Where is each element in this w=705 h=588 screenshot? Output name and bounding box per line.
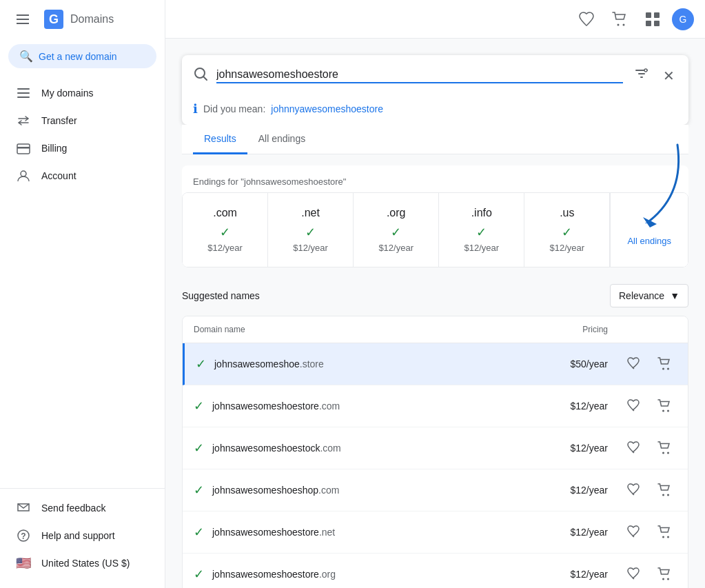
ending-name-info: .info [471, 207, 492, 219]
ending-price-org: $12/year [378, 243, 413, 253]
sidebar-item-help-support[interactable]: ? Help and support [0, 522, 156, 549]
save-domain-button[interactable] [622, 520, 646, 545]
domain-ext: .com [320, 443, 340, 454]
suggested-section: Suggested names Relevance ▼ Domain name … [182, 278, 688, 588]
ending-check-com: ✓ [220, 225, 230, 240]
did-you-mean: ℹ Did you mean: johnnyawesomeshoestore [182, 96, 688, 125]
close-icon[interactable]: ✕ [660, 65, 677, 87]
sidebar-item-billing[interactable]: Billing [0, 134, 156, 162]
available-icon: ✓ [194, 525, 204, 540]
search-panel: ✕ ℹ Did you mean: johnnyawesomeshoestore [182, 55, 688, 125]
available-icon: ✓ [194, 567, 204, 582]
domain-name: johnsawesomeshoestore.net [212, 527, 525, 538]
table-row[interactable]: ✓ johnsawesomeshoestock.com $12/year [183, 427, 688, 469]
svg-point-28 [667, 536, 669, 538]
search-bar-row: ✕ [182, 55, 688, 96]
svg-point-18 [644, 69, 647, 72]
relevance-select[interactable]: Relevance ▼ [610, 284, 688, 307]
svg-rect-12 [646, 12, 651, 18]
sidebar-item-transfer[interactable]: Transfer [0, 107, 156, 134]
add-to-cart-button[interactable] [652, 436, 677, 460]
sidebar-item-account-label: Account [41, 170, 76, 181]
available-icon: ✓ [194, 483, 204, 498]
ending-item-info[interactable]: .info ✓ $12/year [439, 193, 524, 267]
svg-point-21 [662, 410, 664, 412]
tabs-row: Results All endings [182, 125, 688, 154]
save-domain-button[interactable] [622, 436, 646, 460]
chevron-down-icon: ▼ [670, 290, 680, 301]
flag-icon: 🇺🇸 [17, 556, 30, 570]
svg-rect-6 [17, 147, 30, 149]
sidebar-item-account[interactable]: Account [0, 162, 156, 190]
add-to-cart-button[interactable] [652, 352, 677, 376]
ending-item-com[interactable]: .com ✓ $12/year [183, 193, 268, 267]
ending-item-org[interactable]: .org ✓ $12/year [354, 193, 439, 267]
info-icon: ℹ [193, 101, 198, 116]
avatar[interactable]: G [672, 8, 694, 30]
svg-point-24 [667, 452, 669, 454]
svg-point-20 [667, 368, 669, 370]
domain-ext: .com [319, 401, 340, 412]
ending-item-net[interactable]: .net ✓ $12/year [268, 193, 354, 267]
tab-all-endings[interactable]: All endings [247, 125, 317, 154]
pricing-col-header: Pricing [525, 325, 608, 334]
table-row[interactable]: ✓ johnsawesomeshoestore.net $12/year [183, 511, 688, 554]
svg-point-29 [662, 578, 664, 580]
search-input[interactable] [216, 68, 623, 83]
menu-icon[interactable] [11, 9, 34, 30]
apps-button[interactable] [639, 6, 666, 33]
domain-name: johnsawesomeshoeshop.com [212, 485, 525, 496]
add-to-cart-button[interactable] [652, 562, 677, 587]
all-endings-label: All endings [627, 236, 671, 246]
save-domain-button[interactable] [622, 394, 646, 418]
ending-price-us: $12/year [550, 243, 585, 253]
domain-col-header: Domain name [194, 325, 525, 334]
tab-results[interactable]: Results [193, 125, 247, 154]
sidebar-item-united-states[interactable]: 🇺🇸 United States (US $) [0, 549, 156, 577]
sidebar-search[interactable]: 🔍 Get a new domain [8, 44, 156, 68]
sidebar-item-my-domains-label: My domains [41, 88, 93, 99]
add-to-cart-button[interactable] [652, 478, 677, 503]
suggested-header: Suggested names Relevance ▼ [182, 278, 688, 316]
all-endings-button[interactable]: → All endings [610, 193, 688, 267]
table-row[interactable]: ✓ johnsawesomeshoestore.com $12/year [183, 385, 688, 427]
row-actions [608, 436, 677, 460]
ending-price-info: $12/year [464, 243, 499, 253]
sidebar-item-help-support-label: Help and support [41, 530, 115, 541]
favorites-button[interactable] [573, 6, 600, 33]
ending-name-us: .us [560, 207, 574, 219]
account-icon [17, 169, 30, 183]
endings-section: Endings for "johnsawesomeshoestore" .com… [182, 165, 688, 267]
add-to-cart-button[interactable] [652, 394, 677, 418]
svg-point-23 [662, 452, 664, 454]
save-domain-button[interactable] [622, 562, 646, 587]
sidebar: G Domains 🔍 Get a new domain My domains … [0, 0, 165, 588]
svg-rect-5 [17, 144, 30, 154]
relevance-label: Relevance [619, 290, 664, 301]
filter-icon[interactable] [631, 63, 652, 88]
ending-item-us[interactable]: .us ✓ $12/year [524, 193, 610, 267]
svg-rect-3 [17, 92, 30, 94]
ending-check-org: ✓ [391, 225, 401, 240]
my-domains-icon [17, 86, 30, 100]
domain-price: $12/year [525, 485, 608, 496]
sidebar-item-my-domains[interactable]: My domains [0, 79, 156, 107]
save-domain-button[interactable] [622, 478, 646, 503]
nav-items: My domains Transfer Billing Account [0, 74, 165, 488]
save-domain-button[interactable] [622, 352, 646, 376]
table-row[interactable]: ✓ johnsawesomeshoestore.org $12/year [183, 554, 688, 588]
did-you-mean-link[interactable]: johnnyawesomeshoestore [271, 103, 383, 114]
cart-button[interactable] [606, 6, 633, 33]
logo-area: G Domains [43, 8, 114, 30]
sidebar-item-send-feedback-label: Send feedback [41, 503, 105, 514]
ending-name-net: .net [301, 207, 320, 219]
add-to-cart-button[interactable] [652, 520, 677, 545]
svg-rect-14 [646, 21, 651, 26]
table-row[interactable]: ✓ johnsawesomeshoeshop.com $12/year [183, 469, 688, 511]
domain-name: johnsawesomeshoestock.com [212, 443, 525, 454]
table-row[interactable]: ✓ johnsawesomeshoe.store $50/year [183, 343, 688, 385]
sidebar-item-send-feedback[interactable]: Send feedback [0, 494, 156, 522]
svg-point-30 [667, 578, 669, 580]
arrow-right-icon: → [642, 214, 656, 230]
svg-rect-2 [17, 88, 30, 90]
